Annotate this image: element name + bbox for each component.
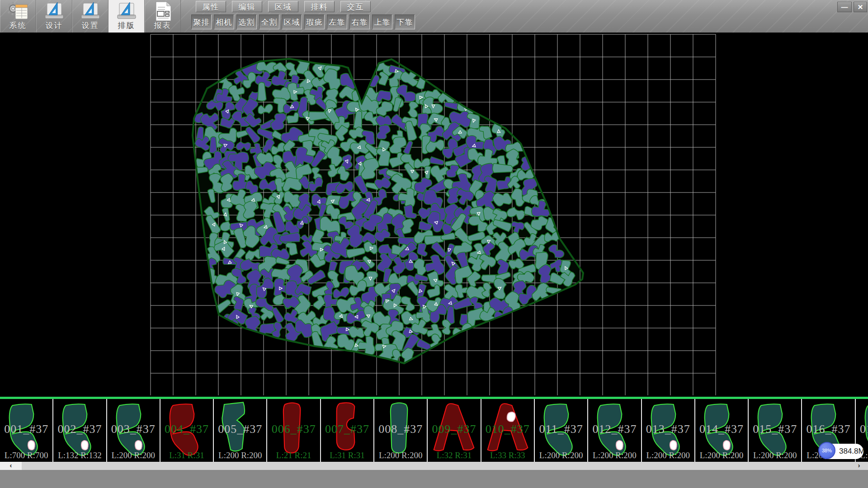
part-count: L:200 R:200 xyxy=(695,450,748,460)
part-label: 014_#37 xyxy=(695,422,748,436)
menu-edit[interactable]: 编辑 xyxy=(232,1,262,12)
part-label: 007_#37 xyxy=(321,422,373,436)
part-count: L:33 R:33 xyxy=(481,450,534,460)
tool-cut-all[interactable]: 全割 xyxy=(259,14,279,29)
parts-thumbnail-strip: 001_#37L:700 R:700002_#37L:132 R:132003_… xyxy=(0,397,868,462)
part-thumbnail-005_#37[interactable]: 005_#37L:200 R:200 xyxy=(214,399,267,462)
nav-label: 排版 xyxy=(108,20,144,31)
part-label: 016_#37 xyxy=(802,422,854,436)
nesting-canvas[interactable] xyxy=(0,33,868,397)
usage-badge: 38% 384.8M xyxy=(819,444,863,459)
part-label: 010_#37 xyxy=(481,422,534,436)
main-nav-toolbar: 系统设计设置排版报表 xyxy=(0,0,181,33)
tool-button-row: 聚排相机选割全割区域瑕疵左靠右靠上靠下靠 xyxy=(191,14,417,29)
part-thumbnail-004_#37[interactable]: 004_#37L:31 R:31 xyxy=(160,399,214,462)
nav-layout[interactable]: 排版 xyxy=(108,0,145,33)
part-thumbnail-013_#37[interactable]: 013_#37L:200 R:200 xyxy=(642,399,695,462)
part-thumbnail-002_#37[interactable]: 002_#37L:132 R:132 xyxy=(53,399,107,462)
part-count: L:200 R:200 xyxy=(535,450,587,460)
tool-align-top[interactable]: 上靠 xyxy=(372,14,392,29)
part-label: 001_#37 xyxy=(0,422,52,436)
part-label: 012_#37 xyxy=(588,422,641,436)
nav-design[interactable]: 设计 xyxy=(36,0,72,33)
nav-label: 设置 xyxy=(72,20,108,31)
nav-label: 报表 xyxy=(145,20,180,31)
scroll-right-button[interactable]: › xyxy=(850,462,868,470)
part-label: 005_#37 xyxy=(214,422,266,436)
title-bar: 系统设计设置排版报表 属性编辑区域排料交互 聚排相机选割全割区域瑕疵左靠右靠上靠… xyxy=(0,0,868,33)
part-count: L:31 R:31 xyxy=(321,450,373,460)
nav-label: 系统 xyxy=(0,20,36,31)
part-count: L:32 R:31 xyxy=(428,450,480,460)
part-count: L:200 R:200 xyxy=(374,450,427,460)
tool-align-right[interactable]: 右靠 xyxy=(349,14,370,29)
minimize-button[interactable]: — xyxy=(837,2,852,12)
part-label: 002_#37 xyxy=(53,422,106,436)
nesting-drawing xyxy=(0,33,868,397)
part-count: L:132 R:132 xyxy=(53,450,106,460)
part-thumbnail-007_#37[interactable]: 007_#37L:31 R:31 xyxy=(321,399,374,462)
part-label: 009_#37 xyxy=(428,422,480,436)
part-label: 006_#37 xyxy=(267,422,320,436)
part-count: L:200 R:200 xyxy=(214,450,266,460)
part-label: 011_#37 xyxy=(535,422,587,436)
part-thumbnail-014_#37[interactable]: 014_#37L:200 R:200 xyxy=(695,399,749,462)
tool-camera[interactable]: 相机 xyxy=(214,14,234,29)
part-thumbnail-008_#37[interactable]: 008_#37L:200 R:200 xyxy=(374,399,428,462)
part-count: L:200 R:200 xyxy=(642,450,694,460)
scroll-left-button[interactable]: ‹ xyxy=(0,462,22,470)
part-thumbnail-011_#37[interactable]: 011_#37L:200 R:200 xyxy=(535,399,588,462)
nav-system[interactable]: 系统 xyxy=(0,0,36,33)
part-label: 013_#37 xyxy=(642,422,694,436)
menu-nesting[interactable]: 排料 xyxy=(304,1,335,12)
part-count: L:200 R:200 xyxy=(749,450,801,460)
part-thumbnail-009_#37[interactable]: 009_#37L:32 R:31 xyxy=(428,399,481,462)
memory-indicator: 384.8M xyxy=(839,444,865,459)
status-bar xyxy=(0,470,868,488)
thumbnail-scrollbar[interactable]: ‹ › xyxy=(0,462,868,470)
part-thumbnail-003_#37[interactable]: 003_#37L:200 R:200 xyxy=(107,399,160,462)
tool-align-bottom[interactable]: 下靠 xyxy=(395,14,415,29)
tool-align-left[interactable]: 左靠 xyxy=(327,14,347,29)
part-thumbnail-015_#37[interactable]: 015_#37L:200 R:200 xyxy=(749,399,802,462)
menu-region[interactable]: 区域 xyxy=(268,1,298,12)
part-count: L:200 R:200 xyxy=(588,450,641,460)
part-thumbnail-010_#37[interactable]: 010_#37L:33 R:33 xyxy=(481,399,535,462)
part-label: 015_#37 xyxy=(749,422,801,436)
part-label: 017_#37 xyxy=(856,422,868,436)
menu-properties[interactable]: 属性 xyxy=(196,1,226,12)
part-thumbnail-012_#37[interactable]: 012_#37L:200 R:200 xyxy=(588,399,642,462)
part-count: L:31 R:31 xyxy=(160,450,213,460)
part-count: L:200 R:200 xyxy=(107,450,160,460)
tool-defect[interactable]: 瑕疵 xyxy=(304,14,325,29)
nest-percent-indicator: 38% xyxy=(818,442,835,459)
part-count: L:21 R:21 xyxy=(267,450,320,460)
part-label: 008_#37 xyxy=(374,422,427,436)
nav-report[interactable]: 报表 xyxy=(145,0,181,33)
part-thumbnail-006_#37[interactable]: 006_#37L:21 R:21 xyxy=(267,399,321,462)
tool-select-cut[interactable]: 选割 xyxy=(236,14,257,29)
part-count: L:700 R:700 xyxy=(0,450,52,460)
part-label: 003_#37 xyxy=(107,422,160,436)
nav-setup[interactable]: 设置 xyxy=(72,0,108,33)
part-label: 004_#37 xyxy=(160,422,213,436)
nav-label: 设计 xyxy=(36,20,72,31)
menu-interact[interactable]: 交互 xyxy=(340,1,371,12)
menu-tab-row: 属性编辑区域排料交互 xyxy=(196,1,377,12)
part-thumbnail-001_#37[interactable]: 001_#37L:700 R:700 xyxy=(0,399,53,462)
tool-region[interactable]: 区域 xyxy=(282,14,302,29)
tool-cluster-nest[interactable]: 聚排 xyxy=(191,14,212,29)
close-button[interactable]: ✕ xyxy=(854,2,867,12)
